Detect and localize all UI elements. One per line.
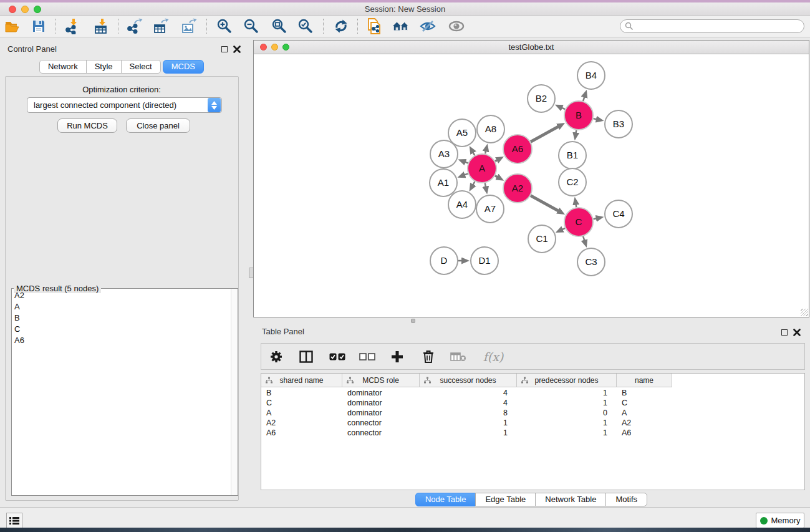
close-panel-button[interactable]: Close panel <box>126 118 190 133</box>
graph-node-A5[interactable]: A5 <box>448 119 476 147</box>
graph-node-A8[interactable]: A8 <box>477 115 504 143</box>
main-titlebar[interactable]: Session: New Session <box>0 2 810 16</box>
graph-node-B1[interactable]: B1 <box>559 142 586 169</box>
refresh-icon[interactable] <box>332 17 350 35</box>
table-cell-predecessor-nodes[interactable]: 1 <box>517 418 617 428</box>
search-input[interactable] <box>634 21 804 32</box>
float-table-panel-icon[interactable] <box>781 329 788 336</box>
task-history-button[interactable] <box>6 513 22 528</box>
graph-node-B[interactable]: B <box>564 101 593 130</box>
table-cell-shared-name[interactable]: A2 <box>261 418 342 428</box>
optimization-criterion-dropdown[interactable]: largest connected component (directed) <box>27 97 222 113</box>
mcds-result-item[interactable]: A2 <box>12 289 230 301</box>
table-cell-successor-nodes[interactable]: 4 <box>420 389 517 399</box>
eye-slash-icon[interactable] <box>419 17 436 35</box>
zoom-fit-icon[interactable] <box>271 17 288 35</box>
mcds-result-item[interactable]: A <box>12 301 230 312</box>
table-cell-name[interactable]: A6 <box>617 428 672 438</box>
export-image-icon[interactable] <box>180 17 198 35</box>
zoom-out-icon[interactable] <box>243 17 260 35</box>
graph-node-A6[interactable]: A6 <box>503 135 532 163</box>
close-panel-icon[interactable] <box>233 46 241 53</box>
table-cell-predecessor-nodes[interactable]: 1 <box>517 389 617 399</box>
table-row[interactable]: Bdominator41B <box>261 389 804 399</box>
table-cell-successor-nodes[interactable]: 8 <box>420 409 517 418</box>
eye-icon[interactable] <box>448 17 465 35</box>
graph-node-C1[interactable]: C1 <box>528 225 556 253</box>
column-header-predecessor-nodes[interactable]: predecessor nodes <box>517 374 617 387</box>
deselect-all-icon[interactable] <box>359 348 376 365</box>
horizontal-splitter-handle[interactable] <box>411 319 415 323</box>
home-icon[interactable] <box>392 17 410 35</box>
tab-style[interactable]: Style <box>86 60 122 74</box>
table-row[interactable]: A2connector11A2 <box>261 418 804 428</box>
export-network-icon[interactable] <box>126 17 143 35</box>
resize-grip-icon[interactable] <box>801 309 808 316</box>
graph-node-A[interactable]: A <box>468 154 496 183</box>
tab-motifs[interactable]: Motifs <box>605 493 647 506</box>
open-folder-icon[interactable] <box>4 17 21 35</box>
table-cell-mcds-role[interactable]: dominator <box>342 399 420 409</box>
column-header-name[interactable]: name <box>617 374 672 387</box>
table-cell-shared-name[interactable]: A <box>261 409 342 418</box>
mcds-result-item[interactable]: C <box>12 323 230 334</box>
mcds-result-item[interactable]: A6 <box>12 334 230 346</box>
import-table-icon[interactable] <box>93 17 110 35</box>
table-row[interactable]: Cdominator41C <box>261 399 804 409</box>
table-cell-successor-nodes[interactable]: 1 <box>420 418 517 428</box>
tab-network[interactable]: Network <box>39 60 87 74</box>
table-cell-predecessor-nodes[interactable]: 1 <box>517 428 617 438</box>
export-table-icon[interactable] <box>152 17 170 35</box>
split-table-icon[interactable] <box>297 348 315 365</box>
gear-icon[interactable] <box>268 348 285 365</box>
graph-node-C2[interactable]: C2 <box>559 168 586 196</box>
table-cell-mcds-role[interactable]: connector <box>342 418 420 428</box>
table-cell-mcds-role[interactable]: dominator <box>342 389 420 399</box>
close-table-panel-icon[interactable] <box>793 329 801 336</box>
tab-edge-table[interactable]: Edge Table <box>475 493 536 506</box>
table-cell-mcds-role[interactable]: connector <box>342 428 420 438</box>
search-field[interactable] <box>620 19 804 33</box>
zoom-in-icon[interactable] <box>216 17 233 35</box>
graph-node-D[interactable]: D <box>430 247 458 274</box>
add-column-icon[interactable] <box>388 348 406 365</box>
table-cell-name[interactable]: B <box>617 389 672 399</box>
table-cell-name[interactable]: A <box>617 409 672 418</box>
graph-node-A3[interactable]: A3 <box>430 140 458 168</box>
graph-node-D1[interactable]: D1 <box>471 247 498 274</box>
graph-node-B2[interactable]: B2 <box>528 85 555 112</box>
memory-button[interactable]: Memory <box>756 513 804 528</box>
graph-node-A2[interactable]: A2 <box>503 174 532 203</box>
float-panel-icon[interactable] <box>221 46 228 52</box>
graph-node-A7[interactable]: A7 <box>476 195 504 223</box>
import-network-icon[interactable] <box>64 17 82 35</box>
table-cell-predecessor-nodes[interactable]: 1 <box>517 399 617 409</box>
column-header-mcds-role[interactable]: MCDS role <box>342 374 420 387</box>
table-cell-name[interactable]: A2 <box>617 418 672 428</box>
run-mcds-button[interactable]: Run MCDS <box>57 118 117 133</box>
tab-node-table[interactable]: Node Table <box>415 493 476 506</box>
result-list-scrollbar[interactable] <box>231 289 238 495</box>
table-cell-shared-name[interactable]: B <box>261 389 342 399</box>
select-all-icon[interactable] <box>329 348 346 365</box>
table-cell-predecessor-nodes[interactable]: 0 <box>517 409 617 418</box>
tab-mcds[interactable]: MCDS <box>163 60 204 74</box>
table-cell-name[interactable]: C <box>617 399 672 409</box>
table-cell-shared-name[interactable]: A6 <box>261 428 342 438</box>
graph-node-A4[interactable]: A4 <box>448 191 476 218</box>
graph-node-A1[interactable]: A1 <box>430 169 457 196</box>
table-cell-successor-nodes[interactable]: 1 <box>420 428 517 438</box>
duplicate-network-icon[interactable] <box>365 17 383 35</box>
tab-select[interactable]: Select <box>121 60 161 74</box>
mcds-result-item[interactable]: B <box>12 312 230 323</box>
column-header-successor-nodes[interactable]: successor nodes <box>420 374 517 387</box>
graph-node-B4[interactable]: B4 <box>577 62 605 89</box>
delete-column-icon[interactable] <box>420 348 437 365</box>
graph-node-B3[interactable]: B3 <box>605 110 632 138</box>
table-row[interactable]: A6connector11A6 <box>261 428 804 438</box>
graph-node-C4[interactable]: C4 <box>605 200 632 228</box>
tab-network-table[interactable]: Network Table <box>535 493 606 506</box>
save-icon[interactable] <box>30 17 47 35</box>
network-canvas[interactable]: B4B2BB3A8A5A6A3B1AC2A1A2A4A7C4CC1C3DD1 <box>254 54 809 317</box>
table-cell-mcds-role[interactable]: dominator <box>342 409 420 418</box>
